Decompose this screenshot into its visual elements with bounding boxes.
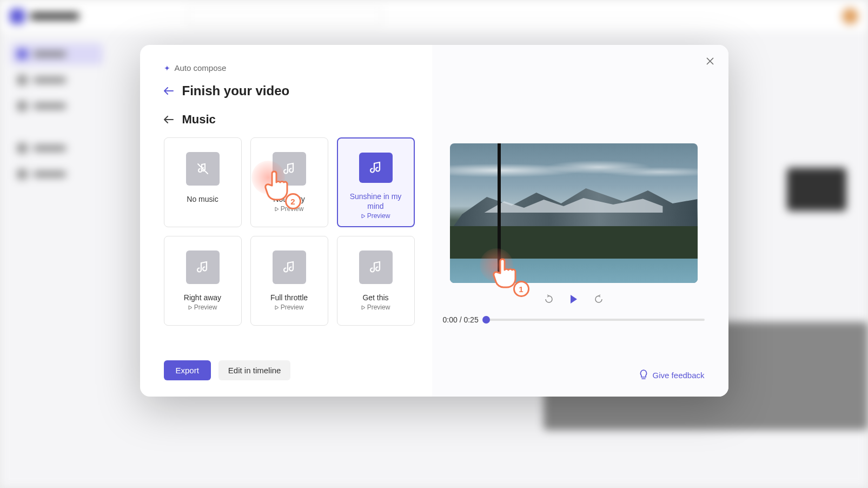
pointer-badge-2: 2 bbox=[285, 193, 301, 209]
time-total: 0:25 bbox=[463, 315, 478, 324]
play-small-icon bbox=[361, 305, 366, 310]
hand-pointer-icon bbox=[491, 258, 518, 288]
modal-left-panel: ✦ Auto compose Finish your video Music N… bbox=[140, 45, 432, 397]
play-small-icon bbox=[361, 214, 366, 219]
auto-compose-breadcrumb: ✦ Auto compose bbox=[164, 63, 419, 72]
music-card-name: Right away bbox=[184, 293, 221, 302]
auto-compose-modal: ✦ Auto compose Finish your video Music N… bbox=[140, 45, 728, 397]
skip-forward-button[interactable] bbox=[592, 293, 605, 306]
music-note-icon bbox=[359, 153, 393, 183]
music-card-name: Get this bbox=[362, 293, 388, 302]
music-preview-link[interactable]: Preview bbox=[188, 304, 217, 311]
music-preview-link[interactable]: Preview bbox=[275, 304, 304, 311]
back-to-steps-button[interactable] bbox=[164, 85, 175, 96]
music-card[interactable]: Sunshine in my mindPreview bbox=[337, 137, 415, 227]
close-button[interactable] bbox=[704, 55, 717, 68]
sparkle-icon: ✦ bbox=[164, 64, 170, 72]
music-note-icon bbox=[186, 250, 220, 284]
no-music-icon bbox=[186, 152, 220, 186]
section-title: Music bbox=[182, 113, 216, 127]
music-card-name: No music bbox=[187, 194, 218, 204]
lightbulb-icon bbox=[639, 370, 648, 380]
hand-pointer-icon bbox=[262, 170, 289, 201]
music-preview-link[interactable]: Preview bbox=[361, 304, 390, 311]
feedback-label: Give feedback bbox=[653, 371, 705, 380]
play-icon bbox=[569, 294, 578, 304]
music-preview-link[interactable]: Preview bbox=[361, 212, 390, 220]
modal-title: Finish your video bbox=[182, 83, 290, 98]
play-small-icon bbox=[188, 305, 193, 310]
music-note-icon bbox=[359, 250, 393, 284]
arrow-left-icon bbox=[164, 116, 174, 123]
timeline-thumb[interactable] bbox=[482, 316, 490, 324]
modal-overlay: ✦ Auto compose Finish your video Music N… bbox=[0, 0, 868, 488]
music-card[interactable]: Right awayPreview bbox=[164, 236, 242, 326]
playback-controls bbox=[443, 293, 705, 306]
time-current: 0:00 bbox=[443, 315, 458, 324]
auto-compose-label: Auto compose bbox=[175, 63, 227, 72]
music-grid: No musicNot guiltyPreviewSunshine in my … bbox=[164, 137, 419, 326]
play-button[interactable] bbox=[567, 293, 580, 306]
timeline-slider[interactable] bbox=[486, 319, 705, 321]
play-small-icon bbox=[275, 207, 279, 212]
give-feedback-link[interactable]: Give feedback bbox=[443, 370, 705, 380]
music-note-icon bbox=[273, 250, 306, 284]
close-icon bbox=[706, 57, 714, 65]
music-back-button[interactable] bbox=[164, 114, 175, 125]
playback-time: 0:00 / 0:25 bbox=[443, 315, 479, 324]
skip-back-icon bbox=[544, 294, 554, 304]
music-card[interactable]: Full throttlePreview bbox=[250, 236, 328, 326]
skip-back-button[interactable] bbox=[542, 293, 555, 306]
timeline-row: 0:00 / 0:25 bbox=[443, 315, 705, 324]
music-card-name: Full throttle bbox=[270, 293, 308, 302]
music-card[interactable]: Get thisPreview bbox=[337, 236, 415, 326]
music-card-name: Sunshine in my mind bbox=[342, 192, 409, 211]
modal-right-panel: 0:00 / 0:25 Give feedback bbox=[432, 45, 728, 397]
pointer-badge-1: 1 bbox=[513, 281, 529, 297]
play-small-icon bbox=[275, 305, 279, 310]
export-button[interactable]: Export bbox=[164, 360, 211, 380]
arrow-left-icon bbox=[164, 87, 174, 95]
edit-timeline-button[interactable]: Edit in timeline bbox=[218, 360, 291, 380]
music-card[interactable]: No music bbox=[164, 137, 242, 227]
skip-forward-icon bbox=[594, 294, 604, 304]
